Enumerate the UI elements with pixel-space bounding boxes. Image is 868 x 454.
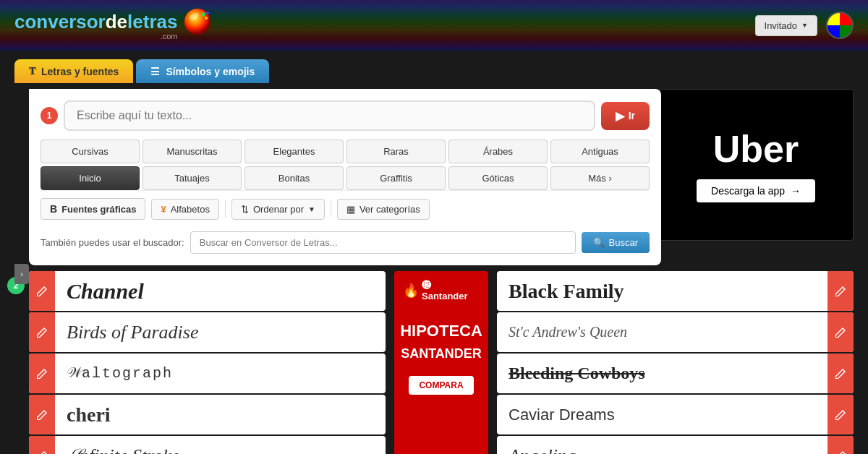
santander-title: HIPOTECA [400,322,482,340]
list-item: 𝒮nfinite Stroke [29,436,386,454]
cat-arabes[interactable]: Árabes [448,140,548,163]
ordenar-button[interactable]: ⇅ Ordenar por ▼ [231,199,325,220]
logo-conversor: conversor [14,11,106,33]
font-name-channel: Channel [55,279,386,304]
edit-infinite-button[interactable] [29,436,55,454]
search-row: 1 ▶ Ir [41,100,650,131]
toolbar-separator [225,200,226,218]
tab-letras[interactable]: 𝐓 Letras y fuentes [14,59,133,83]
cat-manuscritas[interactable]: Manuscritas [142,140,242,163]
cat-tatuajes[interactable]: Tatuajes [142,166,242,190]
edit-caviar-button[interactable] [827,395,854,434]
cat-mas[interactable]: Más › [550,166,650,190]
edit-standrews-button[interactable] [827,312,854,352]
svg-point-3 [206,12,209,14]
font-list-left: Channel Birds of Paradise 𝒲altograph [29,271,386,454]
font-search-input[interactable] [190,231,576,254]
edit-bleeding-button[interactable] [827,354,854,393]
logo: conversordeletras .com [14,11,212,40]
cat-elegantes[interactable]: Elegantes [244,140,344,163]
ordenar-label: Ordenar por [253,204,304,215]
santander-subtitle: SANTANDER [401,346,482,361]
alfabetos-button[interactable]: ¥ Alfabetos [151,199,218,220]
sidebar-toggle-button[interactable]: › [14,264,29,284]
edit-blackfamily-button[interactable] [827,271,854,311]
alfabetos-label: Alfabetos [171,204,210,215]
santander-logo-text: ⓬ Santander [422,280,480,301]
go-arrow-icon: ▶ [616,109,624,123]
uber-title: Uber [713,127,799,171]
logo-letras: letras [127,11,177,33]
grid-icon: ▦ [346,204,355,215]
yen-icon: ¥ [161,204,166,215]
uber-cta-button[interactable]: Descarga la app → [697,179,815,202]
chevron-down-icon: ▼ [308,205,315,213]
edit-waltograph-button[interactable] [29,354,55,393]
edit-angelina-button[interactable] [827,436,854,454]
upper-area: 1 ▶ Ir Cursivas Manuscritas Elegant [0,83,868,265]
main-section: 𝐓 Letras y fuentes ☰ Símbolos y emojis 1 [0,51,868,454]
ver-categorias-button[interactable]: ▦ Ver categorías [337,199,430,220]
text-input[interactable] [64,100,595,131]
cat-cursivas[interactable]: Cursivas [41,140,140,163]
tab-simbolos-icon: ☰ [150,66,160,77]
edit-cheri-button[interactable] [29,395,55,434]
cat-inicio[interactable]: Inicio [41,166,140,190]
font-name-cheri: cheri [55,403,386,427]
cat-raras[interactable]: Raras [346,140,446,163]
go-button-label: Ir [629,110,635,121]
svg-point-2 [201,12,205,17]
toolbar: B Fuentes gráficas ¥ Alfabetos ⇅ Ordenar… [41,190,650,226]
category-row-2: Inicio Tatuajes Bonitas Graffitis Gótica… [41,166,650,190]
buscar-label: Buscar [609,237,638,248]
user-avatar [826,12,854,39]
upper-left: 1 ▶ Ir Cursivas Manuscritas Elegant [14,89,647,265]
go-button[interactable]: ▶ Ir [601,102,650,130]
logo-ball-icon [183,7,212,36]
font-name-infinite: 𝒮nfinite Stroke [55,445,386,455]
category-row-1: Cursivas Manuscritas Elegantes Raras Ára… [41,140,650,163]
cat-goticas[interactable]: Góticas [448,166,548,190]
santander-flame-icon: 🔥 [403,283,419,299]
categorias-label: Ver categorías [359,204,420,215]
lower-area: 2 Channel Birds of Paradise [0,265,868,454]
fuentes-label: Fuentes gráficas [61,204,136,215]
list-item: Caviar Dreams [497,395,854,434]
tab-letras-icon: 𝐓 [29,65,35,77]
search-input-wrap [64,100,595,131]
list-item: cheri [29,395,386,434]
list-item: Channel [29,271,386,311]
fuentes-graficas-button[interactable]: B Fuentes gráficas [41,198,145,220]
buscar-button[interactable]: 🔍 Buscar [582,232,650,253]
santander-cta-button[interactable]: COMPARA [409,376,473,395]
user-menu-button[interactable]: Invitado [755,15,817,36]
edit-birds-button[interactable] [29,312,55,352]
main-card: 1 ▶ Ir Cursivas Manuscritas Elegant [29,89,661,265]
list-item: Birds of Paradise [29,312,386,352]
font-name-standrews: St'c Andrew's Queen [497,324,827,340]
step-1-badge: 1 [41,107,58,124]
edit-channel-button[interactable] [29,271,55,311]
cat-graffitis[interactable]: Graffitis [346,166,446,190]
tab-simbolos-label: Símbolos y emojis [166,66,255,77]
svg-point-4 [205,17,208,20]
font-name-blackfamily: Black Family [497,280,827,303]
top-right: Invitado [755,12,854,39]
font-name-bleeding: Bleeding Cowboys [497,364,827,383]
uber-arrow-icon: → [791,185,801,197]
ad-santander-panel: 🔥 ⓬ Santander HIPOTECA SANTANDER COMPARA [394,271,488,454]
search-bar-row: También puedes usar el buscador: 🔍 Busca… [41,226,650,254]
search-bar-label: También puedes usar el buscador: [41,237,184,248]
list-item: St'c Andrew's Queen [497,312,854,352]
cat-bonitas[interactable]: Bonitas [244,166,344,190]
sort-icon: ⇅ [241,204,249,215]
list-item: Black Family [497,271,854,311]
font-name-birds: Birds of Paradise [55,322,386,343]
search-icon: 🔍 [593,237,605,248]
cat-antiguas[interactable]: Antiguas [550,140,650,163]
tab-simbolos[interactable]: ☰ Símbolos y emojis [136,59,269,83]
ad-uber: Uber Descarga la app → [658,89,854,241]
ad-uber-panel: Uber Descarga la app → [658,89,854,265]
toolbar-separator-2 [331,200,331,218]
tab-letras-label: Letras y fuentes [41,66,119,77]
